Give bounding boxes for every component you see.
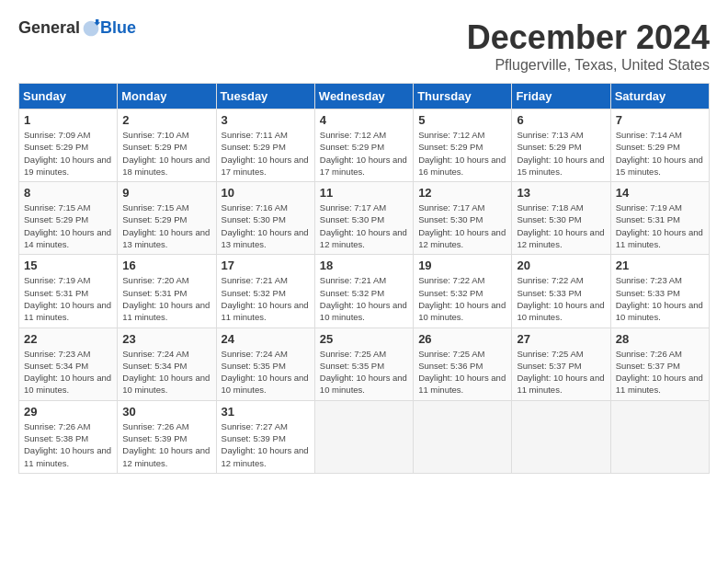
calendar-cell: 8Sunrise: 7:15 AMSunset: 5:29 PMDaylight…: [19, 182, 118, 255]
day-info: Sunrise: 7:13 AMSunset: 5:29 PMDaylight:…: [517, 129, 605, 178]
calendar-cell: 18Sunrise: 7:21 AMSunset: 5:32 PMDayligh…: [314, 255, 413, 327]
calendar-cell: 2Sunrise: 7:10 AMSunset: 5:29 PMDaylight…: [118, 109, 216, 182]
day-number: 12: [418, 186, 506, 200]
calendar-cell: 11Sunrise: 7:17 AMSunset: 5:30 PMDayligh…: [314, 182, 413, 255]
day-number: 3: [222, 113, 310, 127]
day-info: Sunrise: 7:09 AMSunset: 5:29 PMDaylight:…: [24, 129, 112, 178]
calendar-cell: 12Sunrise: 7:17 AMSunset: 5:30 PMDayligh…: [414, 182, 512, 255]
title-section: December 2024 Pflugerville, Texas, Unite…: [467, 18, 710, 74]
day-number: 5: [418, 113, 506, 127]
day-info: Sunrise: 7:26 AMSunset: 5:37 PMDaylight:…: [616, 348, 704, 396]
calendar-week-1: 1Sunrise: 7:09 AMSunset: 5:29 PMDaylight…: [19, 109, 710, 182]
calendar-cell: 28Sunrise: 7:26 AMSunset: 5:37 PMDayligh…: [610, 327, 709, 400]
day-info: Sunrise: 7:26 AMSunset: 5:38 PMDaylight:…: [24, 420, 112, 469]
calendar-cell: 14Sunrise: 7:19 AMSunset: 5:31 PMDayligh…: [610, 182, 709, 255]
day-number: 6: [517, 113, 605, 127]
day-number: 28: [616, 332, 704, 346]
day-info: Sunrise: 7:20 AMSunset: 5:31 PMDaylight:…: [122, 274, 210, 323]
day-number: 30: [122, 405, 210, 419]
calendar-cell: [414, 400, 512, 473]
day-info: Sunrise: 7:15 AMSunset: 5:29 PMDaylight:…: [122, 201, 210, 250]
day-number: 31: [222, 405, 310, 419]
calendar-header-friday: Friday: [512, 84, 610, 109]
month-title: December 2024: [467, 18, 710, 57]
calendar-cell: 26Sunrise: 7:25 AMSunset: 5:36 PMDayligh…: [414, 327, 512, 400]
calendar-header-monday: Monday: [118, 84, 216, 109]
calendar-cell: 9Sunrise: 7:15 AMSunset: 5:29 PMDaylight…: [118, 182, 216, 255]
day-info: Sunrise: 7:22 AMSunset: 5:32 PMDaylight:…: [418, 274, 506, 323]
day-info: Sunrise: 7:24 AMSunset: 5:34 PMDaylight:…: [122, 348, 210, 396]
calendar-header-sunday: Sunday: [19, 84, 118, 109]
day-info: Sunrise: 7:17 AMSunset: 5:30 PMDaylight:…: [418, 201, 506, 250]
day-number: 1: [24, 113, 112, 127]
calendar-week-5: 29Sunrise: 7:26 AMSunset: 5:38 PMDayligh…: [19, 400, 710, 473]
calendar-cell: 15Sunrise: 7:19 AMSunset: 5:31 PMDayligh…: [19, 255, 118, 327]
day-number: 7: [616, 113, 704, 127]
day-info: Sunrise: 7:18 AMSunset: 5:30 PMDaylight:…: [517, 201, 605, 250]
calendar-week-4: 22Sunrise: 7:23 AMSunset: 5:34 PMDayligh…: [19, 327, 710, 400]
calendar-cell: [314, 400, 413, 473]
calendar-week-3: 15Sunrise: 7:19 AMSunset: 5:31 PMDayligh…: [19, 255, 710, 327]
day-number: 10: [222, 186, 310, 200]
day-number: 2: [122, 113, 210, 127]
calendar-cell: 22Sunrise: 7:23 AMSunset: 5:34 PMDayligh…: [19, 327, 118, 400]
calendar-cell: 23Sunrise: 7:24 AMSunset: 5:34 PMDayligh…: [118, 327, 216, 400]
calendar-table: SundayMondayTuesdayWednesdayThursdayFrid…: [18, 83, 710, 474]
calendar-cell: 31Sunrise: 7:27 AMSunset: 5:39 PMDayligh…: [216, 400, 314, 473]
calendar-cell: 16Sunrise: 7:20 AMSunset: 5:31 PMDayligh…: [118, 255, 216, 327]
calendar-cell: 21Sunrise: 7:23 AMSunset: 5:33 PMDayligh…: [610, 255, 709, 327]
day-number: 25: [320, 332, 408, 346]
day-number: 24: [222, 332, 310, 346]
logo-general-text: General: [18, 18, 80, 38]
calendar-cell: 17Sunrise: 7:21 AMSunset: 5:32 PMDayligh…: [216, 255, 314, 327]
day-number: 26: [418, 332, 506, 346]
day-info: Sunrise: 7:12 AMSunset: 5:29 PMDaylight:…: [320, 129, 408, 178]
day-info: Sunrise: 7:25 AMSunset: 5:36 PMDaylight:…: [418, 348, 506, 396]
calendar-cell: 19Sunrise: 7:22 AMSunset: 5:32 PMDayligh…: [414, 255, 512, 327]
day-info: Sunrise: 7:19 AMSunset: 5:31 PMDaylight:…: [24, 274, 112, 323]
day-info: Sunrise: 7:17 AMSunset: 5:30 PMDaylight:…: [320, 201, 408, 250]
calendar-week-2: 8Sunrise: 7:15 AMSunset: 5:29 PMDaylight…: [19, 182, 710, 255]
day-number: 17: [222, 259, 310, 272]
day-number: 18: [320, 259, 408, 272]
day-info: Sunrise: 7:12 AMSunset: 5:29 PMDaylight:…: [418, 129, 506, 178]
day-info: Sunrise: 7:21 AMSunset: 5:32 PMDaylight:…: [320, 274, 408, 323]
day-number: 23: [122, 332, 210, 346]
day-number: 4: [320, 113, 408, 127]
day-number: 16: [122, 259, 210, 272]
calendar-cell: 6Sunrise: 7:13 AMSunset: 5:29 PMDaylight…: [512, 109, 610, 182]
day-info: Sunrise: 7:22 AMSunset: 5:33 PMDaylight:…: [517, 274, 605, 323]
calendar-header-saturday: Saturday: [610, 84, 709, 109]
day-number: 22: [24, 332, 112, 346]
calendar-header-wednesday: Wednesday: [314, 84, 413, 109]
day-number: 15: [24, 259, 112, 272]
calendar-header-thursday: Thursday: [414, 84, 512, 109]
logo-blue-text: Blue: [100, 18, 136, 38]
calendar-cell: [610, 400, 709, 473]
day-info: Sunrise: 7:16 AMSunset: 5:30 PMDaylight:…: [222, 201, 310, 250]
calendar-header-tuesday: Tuesday: [216, 84, 314, 109]
day-number: 9: [122, 186, 210, 200]
day-info: Sunrise: 7:23 AMSunset: 5:34 PMDaylight:…: [24, 348, 112, 396]
day-info: Sunrise: 7:25 AMSunset: 5:35 PMDaylight:…: [320, 348, 408, 396]
day-info: Sunrise: 7:25 AMSunset: 5:37 PMDaylight:…: [517, 348, 605, 396]
day-number: 11: [320, 186, 408, 200]
calendar-cell: 5Sunrise: 7:12 AMSunset: 5:29 PMDaylight…: [414, 109, 512, 182]
day-info: Sunrise: 7:23 AMSunset: 5:33 PMDaylight:…: [616, 274, 704, 323]
calendar-cell: [512, 400, 610, 473]
day-number: 13: [517, 186, 605, 200]
calendar-cell: 30Sunrise: 7:26 AMSunset: 5:39 PMDayligh…: [118, 400, 216, 473]
calendar-cell: 7Sunrise: 7:14 AMSunset: 5:29 PMDaylight…: [610, 109, 709, 182]
location-text: Pflugerville, Texas, United States: [467, 57, 710, 74]
calendar-cell: 25Sunrise: 7:25 AMSunset: 5:35 PMDayligh…: [314, 327, 413, 400]
calendar-header-row: SundayMondayTuesdayWednesdayThursdayFrid…: [19, 84, 710, 109]
logo: General Blue: [18, 18, 136, 38]
day-info: Sunrise: 7:21 AMSunset: 5:32 PMDaylight:…: [222, 274, 310, 323]
calendar-cell: 13Sunrise: 7:18 AMSunset: 5:30 PMDayligh…: [512, 182, 610, 255]
calendar-cell: 10Sunrise: 7:16 AMSunset: 5:30 PMDayligh…: [216, 182, 314, 255]
calendar-cell: 3Sunrise: 7:11 AMSunset: 5:29 PMDaylight…: [216, 109, 314, 182]
calendar-cell: 20Sunrise: 7:22 AMSunset: 5:33 PMDayligh…: [512, 255, 610, 327]
page-header: General Blue December 2024 Pflugerville,…: [18, 18, 710, 74]
logo-icon: [82, 19, 100, 38]
day-number: 21: [616, 259, 704, 272]
